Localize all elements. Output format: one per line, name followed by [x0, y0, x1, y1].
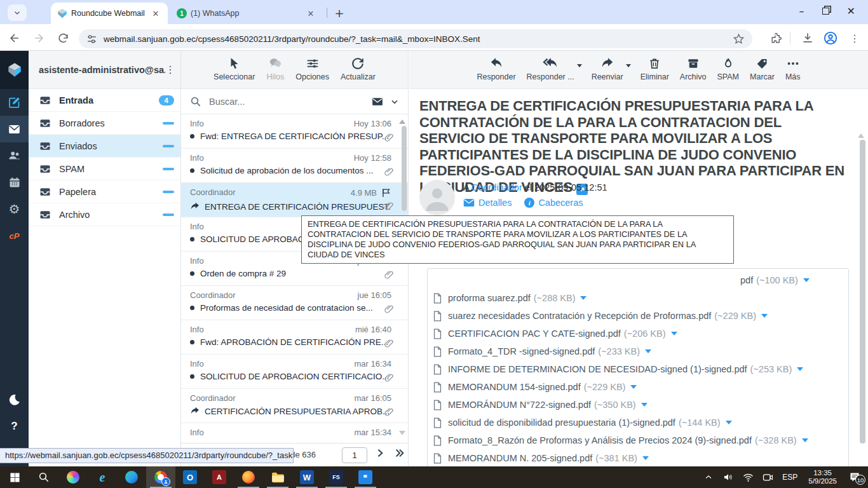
list-scrollbar-up[interactable]: [399, 119, 405, 124]
attachment-name[interactable]: suarez necesidades Contratación y Recepc…: [448, 311, 711, 321]
taskbar-fs-app-icon[interactable]: FS: [322, 466, 351, 488]
taskbar-file-explorer-icon[interactable]: [263, 466, 292, 488]
attachment-menu-caret-icon[interactable]: [641, 403, 648, 407]
search-bar[interactable]: Buscar...: [181, 89, 408, 114]
attachment-item[interactable]: INFORME DE DETERMINACION DE NECESIDAD-si…: [433, 360, 843, 378]
attachment-menu-caret-icon[interactable]: [802, 438, 808, 442]
attachment-item[interactable]: proforma suarez.pdf (~288 KB): [433, 289, 843, 307]
attachment-name[interactable]: INFORME DE DETERMINACION DE NECESIDAD-si…: [448, 364, 747, 374]
rail-contacts-button[interactable]: [0, 142, 29, 169]
attachment-name[interactable]: MEMORANDUM 154-signed.pdf: [448, 382, 581, 392]
window-close-button[interactable]: ✕: [847, 5, 855, 17]
attachment-name[interactable]: Formato_8_Razón de Proformas y Análisis …: [448, 435, 752, 445]
new-tab-button[interactable]: +: [332, 5, 347, 20]
wifi-icon[interactable]: [740, 473, 756, 482]
attachment-menu-caret-icon[interactable]: [580, 296, 587, 300]
action-center-icon[interactable]: 10: [845, 472, 864, 482]
list-scrollbar-thumb[interactable]: [402, 126, 407, 211]
mark-button[interactable]: Marcar: [749, 57, 776, 81]
message-row[interactable]: Info Hoy 12:58 Solicitud: [181, 149, 408, 183]
message-row[interactable]: Coordinador jue 16:05 Pro: [181, 286, 408, 320]
folder-item[interactable]: Entrada 4: [29, 89, 180, 112]
forward-button[interactable]: Reenviar: [590, 57, 625, 81]
taskbar-chrome-icon[interactable]: [146, 466, 175, 488]
taskbar-clock[interactable]: 13:35 5/9/2025: [804, 469, 841, 485]
taskbar-edge-icon[interactable]: [117, 466, 146, 488]
attachment-name[interactable]: pdf: [740, 275, 753, 285]
list-scrollbar-down[interactable]: [399, 431, 405, 435]
reply-all-button[interactable]: Responder ...: [526, 57, 576, 81]
tab-search-button[interactable]: [8, 4, 27, 21]
attachment-name[interactable]: proforma suarez.pdf: [448, 293, 531, 303]
forward-button[interactable]: [31, 30, 47, 46]
rail-settings-button[interactable]: ⚙: [0, 196, 29, 222]
attachment-item[interactable]: suarez necesidades Contratación y Recepc…: [433, 307, 843, 325]
taskbar-search-button[interactable]: [29, 466, 58, 488]
taskbar-ie-icon[interactable]: e: [88, 466, 117, 488]
folder-item[interactable]: Borradores: [29, 112, 180, 135]
window-restore-button[interactable]: [822, 8, 829, 15]
attachment-item[interactable]: Formato_8_Razón de Proformas y Análisis …: [433, 431, 843, 449]
taskbar-cortana-icon[interactable]: [58, 466, 88, 488]
more-button[interactable]: Más: [784, 57, 802, 81]
downloads-icon[interactable]: [799, 30, 816, 46]
page-input[interactable]: 1: [342, 447, 367, 463]
forward-caret[interactable]: [626, 64, 631, 67]
headers-link[interactable]: i Cabeceras: [524, 198, 583, 208]
taskbar-flag-app-icon[interactable]: [351, 466, 380, 488]
tab-roundcube[interactable]: Roundcube Webmail :: Enviados ✕: [51, 3, 168, 24]
recipient-link[interactable]: Coordinador: [471, 182, 522, 193]
tab-whatsapp[interactable]: 1 (1) WhatsApp ✕: [170, 3, 323, 24]
search-options-chevron-icon[interactable]: [390, 97, 399, 106]
attachment-item[interactable]: solicitud de disponibilidad presupuestar…: [433, 414, 843, 431]
attachment-menu-caret-icon[interactable]: [645, 349, 651, 353]
taskbar-firefox-icon[interactable]: [234, 466, 263, 488]
attachment-item[interactable]: pdf (~100 KB): [433, 271, 843, 289]
window-minimize-button[interactable]: –: [799, 5, 804, 17]
details-link[interactable]: Detalles: [463, 198, 512, 208]
reply-all-caret[interactable]: [577, 64, 582, 67]
account-menu-icon[interactable]: ⋮: [165, 64, 175, 76]
message-row[interactable]: Coordinador mar 16:05 CER: [181, 389, 408, 423]
language-indicator[interactable]: ESP: [780, 473, 800, 482]
attachment-menu-caret-icon[interactable]: [671, 332, 677, 336]
tab-close-icon[interactable]: ✕: [150, 8, 161, 19]
taskbar-word-icon[interactable]: W: [292, 466, 322, 488]
attachment-menu-caret-icon[interactable]: [726, 421, 732, 424]
spam-button[interactable]: SPAM: [716, 57, 741, 81]
start-button[interactable]: [0, 466, 29, 488]
address-bar[interactable]: webmail.sanjuan.gob.ec/cpsess4685020211/…: [79, 29, 752, 48]
reload-button[interactable]: [55, 30, 71, 46]
attachment-item[interactable]: MEMORANDUM N. 205-signed.pdf (~381 KB): [433, 449, 843, 467]
message-row[interactable]: Info Hoy 13:06 Fwd: ENTRE: [181, 114, 408, 149]
folder-item[interactable]: Enviados: [29, 135, 180, 158]
attachment-item[interactable]: CERTIFICACION PAC Y CATE-signed.pdf (~20…: [433, 325, 843, 342]
taskbar-acrobat-icon[interactable]: A: [205, 466, 234, 488]
folder-item[interactable]: Archivo: [29, 203, 180, 226]
site-settings-icon[interactable]: [86, 34, 97, 44]
volume-icon[interactable]: [721, 472, 736, 482]
rail-cpanel-button[interactable]: cP: [0, 222, 29, 249]
profile-avatar-icon[interactable]: [822, 30, 839, 46]
attachment-item[interactable]: MEMORANDUM 154-signed.pdf (~229 KB): [433, 378, 637, 396]
attachment-name[interactable]: MEMORÁNDUM N°722-signed.pdf: [448, 400, 591, 410]
attachment-name[interactable]: Formato_4_TDR -signed-signed.pdf: [448, 346, 595, 356]
message-row[interactable]: Info mar 16:34 SOLICITUD: [181, 355, 408, 389]
next-page-button[interactable]: [375, 448, 385, 458]
attachment-menu-caret-icon[interactable]: [797, 367, 803, 371]
taskbar-outlook-icon[interactable]: O: [175, 466, 205, 488]
rail-mail-button[interactable]: [0, 116, 29, 142]
attachment-item[interactable]: Formato_4_TDR -signed-signed.pdf (~233 K…: [433, 342, 843, 360]
help-button[interactable]: ?: [0, 413, 29, 440]
reply-button[interactable]: Responder: [475, 57, 517, 81]
extensions-icon[interactable]: [768, 30, 784, 46]
dark-mode-toggle[interactable]: [0, 386, 29, 413]
message-row[interactable]: Info mar 15:34: [181, 423, 408, 442]
bookmark-star-icon[interactable]: [733, 33, 745, 45]
attachment-item[interactable]: MEMORÁNDUM N°722-signed.pdf (~350 KB): [433, 396, 648, 414]
tray-expand-icon[interactable]: [701, 473, 716, 481]
attachment-name[interactable]: MEMORANDUM N. 205-signed.pdf: [448, 453, 592, 463]
compose-button[interactable]: [0, 89, 29, 116]
meet-now-icon[interactable]: [760, 473, 775, 482]
attachment-menu-caret-icon[interactable]: [630, 385, 637, 389]
